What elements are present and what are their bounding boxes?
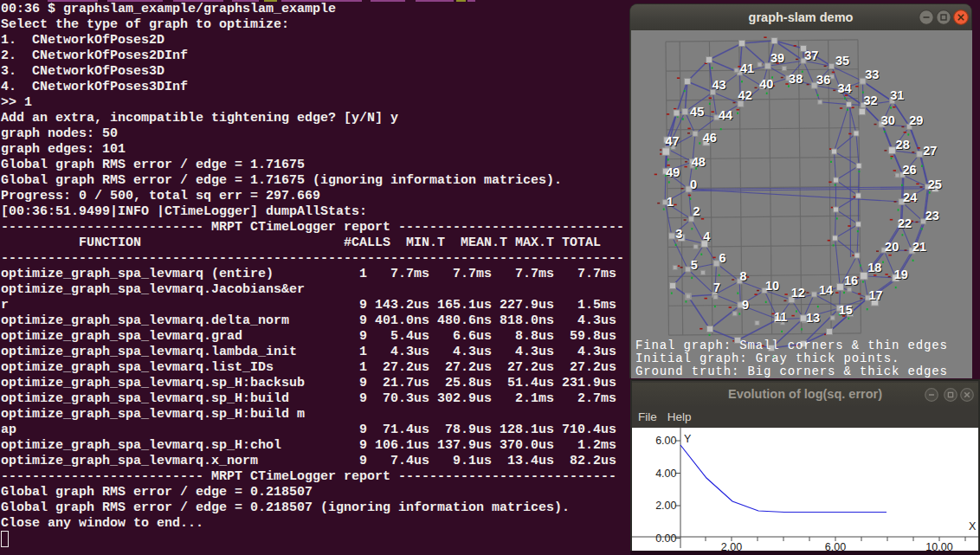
svg-text:9: 9 [742, 298, 749, 312]
svg-text:8: 8 [740, 269, 747, 283]
svg-text:18: 18 [867, 261, 881, 274]
svg-text:19: 19 [894, 268, 908, 281]
svg-text:Final graph: Small corners & t: Final graph: Small corners & thin edges [635, 339, 948, 352]
svg-text:35: 35 [835, 54, 849, 68]
svg-text:21: 21 [912, 240, 926, 254]
svg-text:4.00: 4.00 [655, 468, 676, 480]
svg-text:7: 7 [713, 281, 720, 294]
svg-text:2: 2 [693, 204, 700, 218]
svg-text:0: 0 [690, 177, 697, 191]
svg-text:5: 5 [691, 258, 698, 272]
svg-text:Initial graph: Gray thick poin: Initial graph: Gray thick points. [635, 352, 899, 365]
svg-text:45: 45 [690, 105, 704, 119]
svg-text:39: 39 [770, 51, 784, 65]
svg-text:38: 38 [789, 72, 803, 86]
svg-text:17: 17 [869, 288, 883, 302]
svg-text:16: 16 [844, 274, 858, 287]
svg-text:47: 47 [665, 134, 679, 148]
svg-text:3: 3 [675, 227, 682, 241]
svg-text:Y: Y [684, 433, 692, 445]
svg-text:36: 36 [816, 73, 830, 87]
svg-text:34: 34 [838, 81, 852, 95]
svg-text:32: 32 [863, 94, 877, 107]
svg-text:33: 33 [865, 68, 879, 81]
svg-text:6: 6 [719, 251, 726, 265]
svg-text:40: 40 [759, 77, 773, 91]
svg-text:11: 11 [774, 310, 787, 324]
svg-text:49: 49 [666, 165, 680, 179]
svg-text:13: 13 [806, 311, 820, 325]
svg-text:31: 31 [890, 88, 904, 102]
svg-text:10: 10 [765, 279, 779, 293]
svg-text:0.00: 0.00 [655, 532, 676, 545]
svg-text:41: 41 [740, 61, 754, 75]
svg-text:24: 24 [903, 190, 917, 204]
svg-text:4: 4 [703, 229, 710, 243]
svg-text:Ground truth: Big corners & th: Ground truth: Big corners & thick edges [635, 365, 948, 378]
svg-text:26: 26 [903, 163, 917, 177]
svg-text:30: 30 [881, 113, 895, 127]
svg-text:2.00: 2.00 [655, 500, 676, 512]
svg-text:28: 28 [896, 138, 910, 152]
svg-text:15: 15 [839, 303, 853, 317]
svg-text:12: 12 [791, 286, 805, 300]
svg-text:44: 44 [719, 108, 732, 122]
svg-text:48: 48 [692, 155, 706, 169]
svg-text:46: 46 [703, 131, 717, 145]
svg-text:23: 23 [925, 209, 939, 223]
svg-text:X: X [969, 520, 977, 532]
svg-text:22: 22 [898, 216, 912, 230]
svg-text:6.00: 6.00 [655, 435, 676, 447]
svg-text:27: 27 [923, 144, 937, 158]
svg-text:25: 25 [928, 177, 942, 191]
svg-text:43: 43 [712, 78, 726, 92]
svg-text:29: 29 [909, 113, 923, 127]
svg-text:1: 1 [667, 195, 674, 209]
svg-text:14: 14 [819, 283, 833, 297]
svg-text:42: 42 [738, 88, 752, 102]
svg-text:37: 37 [804, 48, 818, 62]
svg-text:20: 20 [885, 240, 899, 254]
